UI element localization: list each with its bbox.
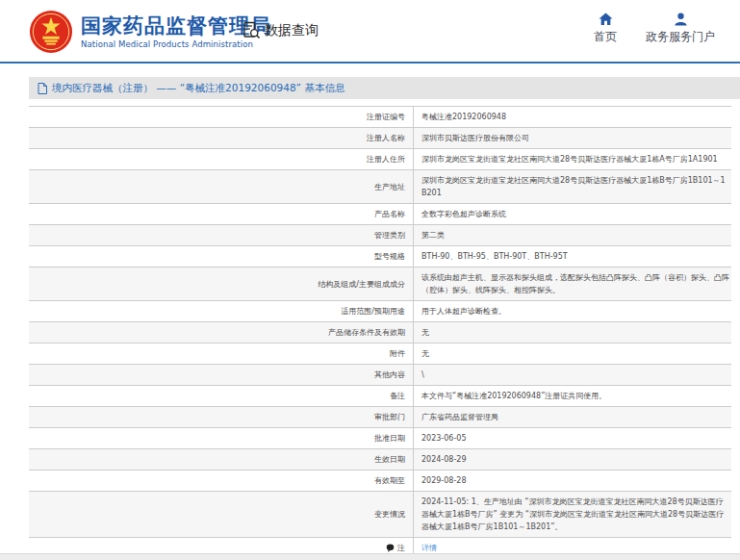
row-label: 备注: [29, 386, 414, 406]
row-label: 产品名称: [29, 204, 414, 224]
table-row: 备注 本文件与“粤械注准20192060948”注册证共同使用。: [29, 386, 731, 407]
note-icon: [386, 544, 395, 552]
table-row: 生产地址 深圳市龙岗区宝龙街道宝龙社区南同大道28号贝斯达医疗器械大厦1栋B号厂…: [29, 170, 731, 204]
table-row: 注册人住所 深圳市龙岗区宝龙街道宝龙社区南同大道28号贝斯达医疗器械大厦1栋A号…: [29, 149, 731, 170]
row-value: 2023-06-05: [414, 428, 731, 448]
row-value: 广东省药品监督管理局: [414, 407, 731, 427]
header-nav: 首页 政务服务门户: [594, 13, 715, 45]
row-label: 注册人名称: [29, 128, 414, 148]
row-label: 有效期至: [29, 471, 414, 491]
row-value: 2029-08-28: [414, 471, 731, 491]
org-name-en: National Medical Products Administration: [81, 39, 271, 49]
row-value: \: [414, 365, 731, 385]
row-value: 本文件与“粤械注准20192060948”注册证共同使用。: [414, 386, 731, 406]
row-value: 深圳市龙岗区宝龙街道宝龙社区南同大道28号贝斯达医疗器械大厦1栋B号厂房1B10…: [414, 170, 731, 203]
row-value: 无: [414, 322, 731, 343]
table-row: 变更情况 2024-11-05: 1、生产地址由 “深圳市龙岗区宝龙街道宝龙社区…: [29, 492, 731, 538]
home-icon: [599, 13, 613, 26]
breadcrumb: 境内医疗器械（注册） —— “粤械注准20192060948” 基本信息: [29, 77, 740, 99]
table-row: 管理类别 第二类: [29, 225, 731, 246]
table-row: 注册人名称 深圳市贝斯达医疗股份有限公司: [29, 128, 731, 149]
row-value: 该系统由超声主机、显示器和探头组成，选配探头包括凸阵探头、凸阵（容积）探头、凸阵…: [414, 267, 731, 300]
row-value: 用于人体超声诊断检查。: [414, 301, 731, 321]
detail-link[interactable]: 详情: [421, 544, 437, 552]
table-row: 有效期至 2029-08-28: [29, 471, 731, 492]
table-row: 附件 无: [29, 344, 731, 365]
row-label: 注册人住所: [29, 149, 414, 169]
row-value: 第二类: [414, 225, 731, 245]
nav-data-query[interactable]: 数据查询: [242, 21, 319, 39]
row-label: 审批部门: [29, 407, 414, 427]
row-label: 结构及组成/主要组成成分: [29, 267, 414, 300]
nav-data-query-label: 数据查询: [265, 22, 319, 39]
row-label: 管理类别: [29, 225, 414, 245]
row-value: 全数字彩色超声诊断系统: [414, 204, 731, 224]
row-value: BTH-90、BTH-95、BTH-90T、BTH-95T: [414, 246, 731, 267]
row-label: 附件: [29, 344, 414, 364]
data-query-icon: [242, 21, 261, 39]
user-icon: [674, 13, 688, 26]
nav-portal[interactable]: 政务服务门户: [646, 13, 715, 45]
row-value: 2024-08-29: [414, 449, 731, 470]
info-table: 注册证编号 粤械注准20192060948 注册人名称 深圳市贝斯达医疗股份有限…: [29, 106, 731, 559]
header: 国家药品监督管理局 National Medical Products Admi…: [0, 0, 740, 64]
row-label: 变更情况: [29, 492, 414, 537]
row-value: 深圳市贝斯达医疗股份有限公司: [414, 128, 731, 148]
row-value: 无: [414, 344, 731, 364]
table-row: 生效日期 2024-08-29: [29, 449, 731, 471]
table-row: 结构及组成/主要组成成分 该系统由超声主机、显示器和探头组成，选配探头包括凸阵探…: [29, 267, 731, 301]
document-icon: [38, 83, 47, 94]
table-row: 产品名称 全数字彩色超声诊断系统: [29, 204, 731, 225]
nav-portal-label: 政务服务门户: [646, 29, 715, 45]
row-label: 批准日期: [29, 428, 414, 448]
page: 国家药品监督管理局 National Medical Products Admi…: [0, 0, 740, 560]
footer-strip: [0, 553, 740, 560]
table-row: 型号规格 BTH-90、BTH-95、BTH-90T、BTH-95T: [29, 246, 731, 267]
row-label: 产品储存条件及有效期: [29, 322, 414, 343]
row-label: 其他内容: [29, 365, 414, 385]
table-row: 批准日期 2023-06-05: [29, 428, 731, 449]
site-logo[interactable]: 国家药品监督管理局 National Medical Products Admi…: [29, 10, 271, 54]
table-row: 注册证编号 粤械注准20192060948: [29, 107, 731, 128]
nav-home[interactable]: 首页: [594, 13, 617, 45]
row-value: 深圳市龙岗区宝龙街道宝龙社区南同大道28号贝斯达医疗器械大厦1栋A号厂房1A19…: [414, 149, 731, 169]
table-row: 产品储存条件及有效期 无: [29, 322, 731, 344]
national-emblem-icon: [29, 10, 73, 54]
table-row: 适用范围/预期用途 用于人体超声诊断检查。: [29, 301, 731, 322]
table-row: 审批部门 广东省药品监督管理局: [29, 407, 731, 428]
row-value: 粤械注准20192060948: [414, 107, 731, 127]
row-label: 注册证编号: [29, 107, 414, 127]
table-row: 其他内容 \: [29, 365, 731, 386]
row-label: 生效日期: [29, 449, 414, 470]
nav-home-label: 首页: [594, 29, 617, 45]
row-label: 适用范围/预期用途: [29, 301, 414, 321]
row-label: 生产地址: [29, 170, 414, 203]
row-label: 型号规格: [29, 246, 414, 267]
breadcrumb-text: 境内医疗器械（注册） —— “粤械注准20192060948” 基本信息: [52, 82, 344, 95]
row-value: 2024-11-05: 1、生产地址由 “深圳市龙岗区宝龙街道宝龙社区南同大道2…: [414, 492, 731, 537]
